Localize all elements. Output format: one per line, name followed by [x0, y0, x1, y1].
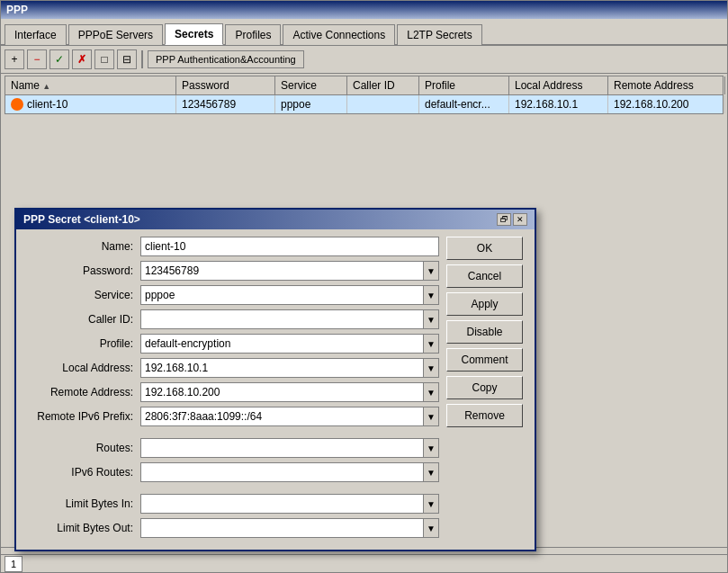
password-input[interactable]: [140, 261, 423, 281]
tab-secrets[interactable]: Secrets: [165, 23, 223, 45]
routes-row: Routes: ▼: [23, 438, 439, 458]
auth-label: PPP Authentication&Accounting: [148, 50, 304, 68]
tab-bar: Interface PPPoE Servers Secrets Profiles…: [1, 19, 727, 46]
remote-ipv6-prefix-container: ▼: [140, 407, 439, 426]
name-label: Name:: [23, 240, 140, 253]
comment-button[interactable]: Comment: [446, 348, 523, 372]
name-row: Name:: [23, 237, 439, 256]
apply-button[interactable]: Apply: [446, 292, 523, 316]
limit-bytes-out-value: [140, 518, 423, 538]
cell-profile: default-encr...: [419, 95, 509, 113]
local-address-arrow-btn[interactable]: ▼: [423, 358, 439, 378]
service-row: Service: pppoe ▼: [23, 285, 439, 305]
ok-button[interactable]: OK: [446, 237, 523, 260]
remove-button[interactable]: Remove: [446, 404, 523, 427]
remote-ipv6-prefix-arrow-btn[interactable]: ▼: [423, 407, 439, 426]
limit-bytes-out-row: Limit Bytes Out: ▼: [23, 518, 439, 538]
routes-value: [140, 438, 423, 458]
local-address-label: Local Address:: [23, 362, 140, 374]
dialog-restore-button[interactable]: 🗗: [497, 213, 511, 226]
dialog-content: Name: Password: ▼ Service: pppoe: [16, 229, 535, 550]
service-select-container: pppoe ▼: [140, 285, 439, 305]
cell-password: 123456789: [176, 95, 275, 113]
header-remote-address: Remote Address: [608, 76, 725, 94]
remote-address-arrow-btn[interactable]: ▼: [423, 382, 439, 402]
row-icon: [11, 98, 23, 111]
tab-profiles[interactable]: Profiles: [225, 24, 281, 45]
limit-bytes-out-dropdown-btn[interactable]: ▼: [423, 518, 439, 538]
add-button[interactable]: +: [4, 49, 24, 69]
service-value: pppoe: [140, 285, 423, 305]
limit-bytes-in-row: Limit Bytes In: ▼: [23, 494, 439, 514]
ipv6-routes-value: [140, 462, 423, 482]
x-button[interactable]: ✗: [72, 49, 92, 69]
dialog-titlebar: PPP Secret <client-10> 🗗 ✕: [16, 210, 535, 229]
caller-id-label: Caller ID:: [23, 313, 140, 326]
tab-pppoe-servers[interactable]: PPPoE Servers: [68, 24, 163, 45]
tab-l2tp-secrets[interactable]: L2TP Secrets: [397, 24, 481, 45]
tab-interface[interactable]: Interface: [4, 24, 67, 45]
dialog-close-button[interactable]: ✕: [513, 213, 527, 226]
routes-label: Routes:: [23, 442, 140, 454]
password-label: Password:: [23, 264, 140, 277]
header-name: Name ▲: [5, 76, 176, 94]
header-local-address: Local Address: [509, 76, 608, 94]
caller-id-container: ▼: [140, 309, 439, 329]
dialog-form: Name: Password: ▼ Service: pppoe: [23, 237, 439, 542]
table-row[interactable]: client-10 123456789 pppoe default-encr..…: [5, 95, 723, 113]
ipv6-routes-container: ▼: [140, 462, 439, 482]
routes-dropdown-btn[interactable]: ▼: [423, 438, 439, 458]
toolbar-separator: [141, 50, 143, 68]
limit-bytes-out-container: ▼: [140, 518, 439, 538]
cancel-button[interactable]: Cancel: [446, 264, 523, 288]
title-bar: PPP: [1, 1, 727, 19]
dialog-titlebar-buttons: 🗗 ✕: [497, 213, 527, 226]
disable-button[interactable]: Disable: [446, 320, 523, 344]
header-password: Password: [176, 76, 275, 94]
secrets-table: Name ▲ Password Service Caller ID Profil…: [4, 76, 724, 114]
limit-bytes-in-dropdown-btn[interactable]: ▼: [423, 494, 439, 514]
cell-remote-address: 192.168.10.200: [608, 95, 725, 113]
bottom-indicator: 1: [1, 554, 727, 572]
cell-local-address: 192.168.10.1: [509, 95, 608, 113]
header-service: Service: [275, 76, 347, 94]
remove-button[interactable]: −: [27, 49, 47, 69]
caller-id-dropdown-btn[interactable]: ▼: [423, 309, 439, 329]
copy-toolbar-button[interactable]: □: [94, 49, 114, 69]
remote-ipv6-prefix-label: Remote IPv6 Prefix:: [23, 410, 140, 423]
remote-address-label: Remote Address:: [23, 386, 140, 398]
password-row: Password: ▼: [23, 261, 439, 281]
ipv6-routes-dropdown-btn[interactable]: ▼: [423, 462, 439, 482]
remote-address-row: Remote Address: ▼: [23, 382, 439, 402]
password-arrow-btn[interactable]: ▼: [423, 261, 439, 281]
tab-active-connections[interactable]: Active Connections: [283, 24, 395, 45]
cell-caller-id: [347, 95, 419, 113]
local-address-input[interactable]: [140, 358, 423, 378]
ppp-secret-dialog: PPP Secret <client-10> 🗗 ✕ Name:: [14, 208, 536, 551]
name-input[interactable]: [140, 237, 439, 256]
sort-arrow: ▲: [42, 82, 50, 91]
profile-row: Profile: default-encryption ▼: [23, 334, 439, 354]
main-window: PPP Interface PPPoE Servers Secrets Prof…: [0, 0, 728, 573]
service-label: Service:: [23, 289, 140, 301]
routes-container: ▼: [140, 438, 439, 458]
remote-address-input[interactable]: [140, 382, 423, 402]
header-caller-id: Caller ID: [347, 76, 419, 94]
remote-ipv6-prefix-row: Remote IPv6 Prefix: ▼: [23, 407, 439, 426]
profile-value: default-encryption: [140, 334, 423, 354]
check-button[interactable]: ✓: [49, 49, 69, 69]
app-title: PPP: [6, 4, 28, 16]
caller-id-row: Caller ID: ▼: [23, 309, 439, 329]
copy-button[interactable]: Copy: [446, 376, 523, 399]
service-dropdown-btn[interactable]: ▼: [423, 285, 439, 305]
page-indicator: 1: [4, 556, 22, 572]
remote-address-container: ▼: [140, 382, 439, 402]
remote-ipv6-prefix-input[interactable]: [140, 407, 423, 426]
dialog-buttons: OK Cancel Apply Disable Comment Copy Rem…: [446, 237, 527, 542]
dialog-title: PPP Secret <client-10>: [23, 213, 140, 226]
caller-id-value: [140, 309, 423, 329]
filter-button[interactable]: ⊟: [117, 49, 137, 69]
header-profile: Profile: [419, 76, 509, 94]
toolbar: + − ✓ ✗ □ ⊟ PPP Authentication&Accountin…: [1, 46, 727, 74]
profile-dropdown-btn[interactable]: ▼: [423, 334, 439, 354]
